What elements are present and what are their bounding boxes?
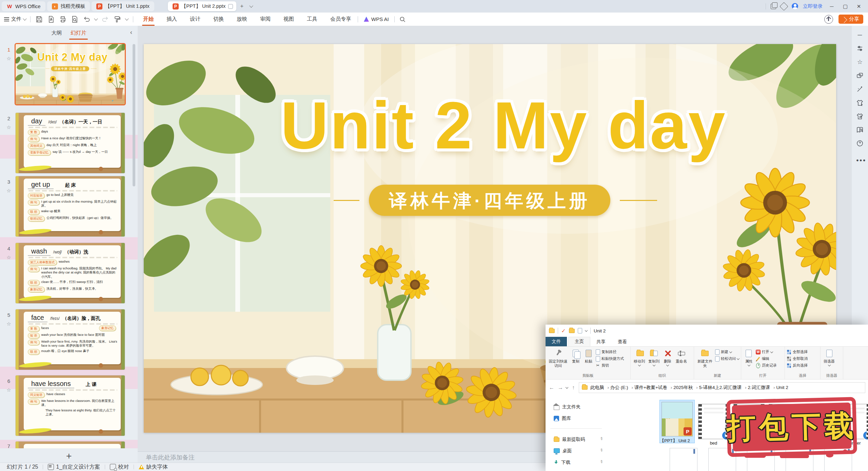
properties-quick-icon[interactable]: ✓ [561, 328, 566, 333]
history-button[interactable]: 历史记录 [756, 363, 777, 368]
nav-downloads[interactable]: 下载 [554, 459, 570, 466]
slide-thumbnail-3[interactable]: get up 起 床 对应短语go to bed 上床睡觉 例 句I get u… [16, 176, 125, 237]
proofread-button[interactable]: 校对 [110, 464, 129, 471]
slide-banner[interactable]: 译林牛津·四年级上册 [369, 185, 610, 216]
copy-path-button[interactable]: 复制路径 [595, 349, 624, 354]
ribbon-tab-member[interactable]: 会员专享 [324, 13, 358, 26]
crumb-folder[interactable]: 2.词汇微课 [748, 385, 775, 391]
help-icon[interactable] [856, 140, 864, 147]
slide-thumbnail-4[interactable]: wash /wɒʃ/ （动词）洗 第三人称单数形式washes 例 句I can… [16, 243, 125, 303]
ribbon-tab-tools[interactable]: 工具 [300, 13, 324, 26]
menu-view[interactable]: 查看 [612, 337, 633, 346]
search-icon[interactable] [399, 16, 406, 23]
reference-search-icon[interactable] [856, 126, 864, 134]
up-icon[interactable]: ↑ [570, 385, 577, 391]
easy-access-button[interactable]: 轻松访问 [715, 356, 739, 361]
properties-sliders-icon[interactable] [856, 45, 864, 52]
slide-thumbnail-5[interactable]: face /feɪs/ （名词）脸，面孔 复 数faces 短 语wash yo… [16, 309, 125, 370]
crumb-folder[interactable]: 2025年秋 [673, 385, 698, 391]
menu-file[interactable]: 文件 [546, 337, 567, 346]
redo-icon[interactable] [102, 16, 109, 23]
invert-selection-button[interactable]: 反向选择 [787, 363, 808, 368]
ribbon-tab-view[interactable]: 视图 [277, 13, 300, 26]
slide-thumbnail-2[interactable]: day /deɪ/ （名词）一天，一日 复 数days 例 句Have a ni… [16, 113, 125, 173]
back-icon[interactable]: ← [548, 385, 555, 391]
nav-extraction-codes[interactable]: 最新提取码 [554, 436, 585, 443]
slide-title[interactable]: Unit 2 My day [157, 87, 836, 164]
avatar[interactable] [792, 3, 798, 9]
paste-shortcut-button[interactable]: 粘贴快捷方式 [595, 356, 624, 361]
new-tab-button[interactable]: ＋ [238, 2, 246, 11]
wps-ai-button[interactable]: WPS AI [358, 16, 394, 22]
forward-icon[interactable]: → [557, 385, 564, 391]
share-button[interactable]: 分享 [839, 15, 863, 24]
magic-wand-icon[interactable] [856, 85, 864, 93]
save-icon[interactable] [35, 16, 43, 23]
close-button[interactable]: ✕ [854, 3, 863, 9]
select-all-button[interactable]: 全部选择 [787, 349, 808, 354]
add-slide-button[interactable]: ＋ [64, 450, 74, 462]
undo-icon[interactable] [83, 16, 90, 23]
file-video-bed[interactable]: bed [697, 404, 730, 446]
workspace-icon[interactable] [780, 2, 788, 11]
crumb-this-pc[interactable]: 此电脑 [590, 385, 609, 391]
ribbon-tab-slideshow[interactable]: 放映 [230, 13, 254, 26]
nav-home[interactable]: 主文件夹 [554, 404, 580, 410]
new-item-button[interactable]: 新建 [715, 349, 739, 354]
move-to-button[interactable]: 移动到 [632, 348, 646, 367]
ribbon-tab-review[interactable]: 审阅 [254, 13, 277, 26]
tab-unit1-pptx[interactable]: P 【PPT】 Unit 1.pptx [92, 1, 154, 11]
file-ppt-unit2[interactable]: ~ ~ ~ P 【PPT】 Unit 2 [659, 400, 695, 443]
ribbon-tab-home[interactable]: 开始 [137, 13, 160, 26]
tab-unit2-pptx[interactable]: P 【PPT】 Unit 2.pptx [168, 1, 237, 11]
format-painter-icon[interactable] [114, 16, 121, 23]
collapse-strip-icon[interactable]: ─ [856, 31, 864, 39]
new-folder-quick-icon[interactable] [569, 329, 575, 333]
crumb-current[interactable]: Unit 2 [776, 385, 791, 390]
crumb-folder[interactable]: 课件+教案+试卷 [634, 385, 672, 391]
tab-docer-templates[interactable]: ◗ 找稻壳模板 [47, 1, 90, 11]
restore-button[interactable]: ▢ [841, 3, 850, 9]
file-document[interactable] [670, 448, 697, 471]
minimize-button[interactable]: ─ [827, 3, 836, 9]
favorites-star-icon[interactable]: ☆ [856, 58, 864, 66]
export-pdf-icon[interactable] [47, 16, 55, 23]
panel-scrollbar[interactable] [133, 44, 135, 186]
cloud-upload-icon[interactable] [824, 15, 833, 24]
collapse-panel-icon[interactable]: ‹ [130, 28, 132, 36]
design-clothes-icon[interactable] [856, 99, 864, 106]
open-button[interactable]: W打开 [756, 349, 777, 354]
edit-button[interactable]: 编辑 [756, 356, 777, 361]
qat-dropdown-icon[interactable] [585, 329, 588, 332]
tab-wps-home[interactable]: W WPS Office [2, 1, 45, 11]
paste-button[interactable]: 粘贴 [583, 348, 595, 364]
filter-button[interactable]: ✓ 筛选器 [822, 348, 836, 367]
explorer-titlebar[interactable]: ✓ Unit 2 [546, 325, 868, 337]
star-icon[interactable]: ☆ [5, 254, 12, 261]
clipboard-quick-icon[interactable] [578, 328, 582, 333]
missing-font-warning[interactable]: 缺失字体 [139, 464, 168, 471]
nav-desktop[interactable]: 桌面 [554, 448, 572, 454]
crumb-drive[interactable]: 办公 (E:) [610, 385, 633, 391]
print-icon[interactable] [59, 16, 66, 23]
cut-button[interactable]: ✂剪切 [595, 363, 624, 368]
login-link[interactable]: 立即登录 [803, 3, 823, 9]
breadcrumb[interactable]: 此电脑 办公 (E:) 课件+教案+试卷 2025年秋 5-译林4上2.词汇微课… [579, 382, 865, 393]
tab-list-dropdown[interactable] [247, 2, 255, 11]
nav-gallery[interactable]: 图库 [554, 415, 571, 422]
copy-to-button[interactable]: 复制到 [647, 348, 661, 367]
crumb-folder[interactable]: 5-译林4上2.词汇微课 [699, 385, 747, 391]
slide-thumbnail-1[interactable]: Unit 2 My day 译林牛津·四年级上册 [16, 44, 125, 104]
shapes-icon[interactable] [856, 72, 864, 79]
print-preview-icon[interactable] [71, 16, 78, 23]
more-options-icon[interactable]: ●●● [856, 157, 864, 164]
pin-quick-access-button[interactable]: 固定到快速访问 [547, 348, 569, 368]
tab-pin-icon[interactable] [228, 4, 233, 9]
ribbon-tab-design[interactable]: 设计 [183, 13, 207, 26]
ribbon-tab-transition[interactable]: 切换 [207, 13, 230, 26]
delete-button[interactable]: 删除 [662, 348, 674, 367]
format-painter-dropdown-icon[interactable] [125, 17, 129, 20]
tab-slides[interactable]: 幻灯片 [71, 29, 86, 37]
menu-home[interactable]: 主页 [568, 337, 590, 346]
star-icon[interactable]: ☆ [5, 321, 12, 327]
